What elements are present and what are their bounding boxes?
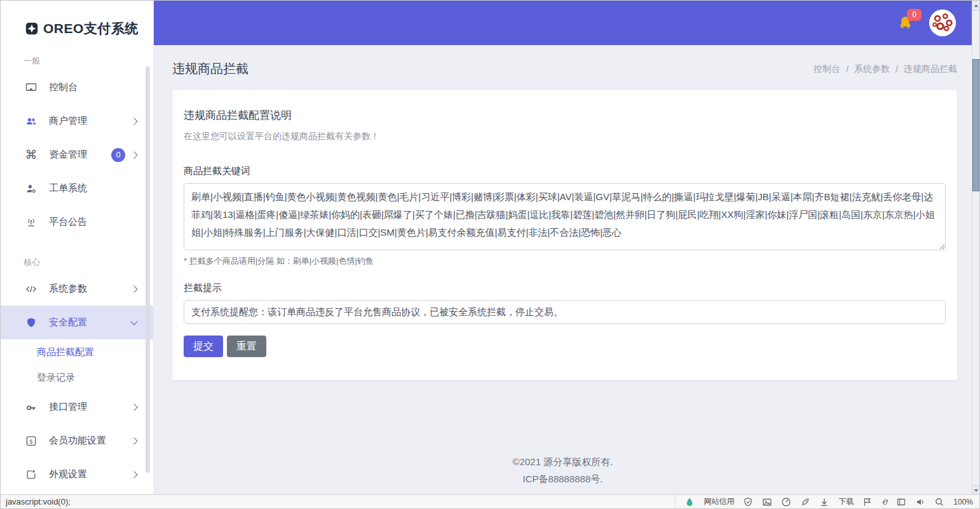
chevron-right-icon xyxy=(130,151,137,158)
breadcrumb-separator: / xyxy=(846,64,848,74)
sidebar-subitem-product-interception[interactable]: 商品拦截配置 xyxy=(1,339,153,365)
shield-check-icon[interactable] xyxy=(743,497,753,507)
sidebar-item-tickets[interactable]: 工单系统 xyxy=(1,172,153,205)
sidebar-subitem-label: 商品拦截配置 xyxy=(37,346,94,358)
breadcrumb: 控制台 / 系统参数 / 违规商品拦截 xyxy=(813,64,957,75)
page-title: 违规商品拦截 xyxy=(172,60,248,78)
flag-icon[interactable] xyxy=(862,497,873,507)
users-icon xyxy=(24,115,39,128)
breadcrumb-current: 违规商品拦截 xyxy=(904,64,957,75)
broadcast-icon xyxy=(24,216,39,229)
breadcrumb-separator: / xyxy=(895,64,898,74)
scroll-up-button[interactable] xyxy=(972,1,979,11)
dollar-square-icon: $ xyxy=(24,435,39,447)
keywords-textarea[interactable]: 刷单|小视频|直播|钓鱼|黄色小视频|黄色视频|黄色|毛片|习近平|博彩|赌博|… xyxy=(184,183,946,250)
browser-window: OREO支付系统 一般 控制台 商户管理 ⌘ 资金管理 0 xyxy=(0,0,980,509)
sidebar-item-label: 工单系统 xyxy=(49,182,87,194)
card-subtitle: 在这里您可以设置平台的违规商品拦截有关参数！ xyxy=(184,131,946,142)
command-icon: ⌘ xyxy=(24,149,39,161)
user-avatar[interactable] xyxy=(929,10,956,36)
zoom-search-icon[interactable] xyxy=(934,497,944,507)
sidebar-item-funds[interactable]: ⌘ 资金管理 0 xyxy=(1,138,153,172)
browser-statusbar: javascript:void(0); 网站信用 下载 xyxy=(1,494,979,508)
chevron-right-icon xyxy=(130,118,137,125)
shield-icon xyxy=(24,316,39,329)
sidebar-item-announcements[interactable]: 平台公告 xyxy=(1,205,153,239)
speed-gauge-icon[interactable] xyxy=(781,497,791,507)
sidebar: OREO支付系统 一般 控制台 商户管理 ⌘ 资金管理 0 xyxy=(1,1,153,495)
download-label[interactable]: 下载 xyxy=(838,496,854,507)
code-icon xyxy=(24,283,39,295)
sidebar-scrollbar-thumb[interactable] xyxy=(146,66,150,473)
key-icon xyxy=(24,401,39,414)
chevron-right-icon xyxy=(130,285,137,292)
app-logo[interactable]: OREO支付系统 xyxy=(1,1,153,37)
app-frame: OREO支付系统 一般 控制台 商户管理 ⌘ 资金管理 0 xyxy=(1,1,972,495)
submit-button[interactable]: 提交 xyxy=(184,336,223,357)
download-arrow-icon[interactable] xyxy=(819,497,829,507)
tip-input[interactable] xyxy=(184,300,946,324)
chevron-right-icon xyxy=(130,404,137,411)
breadcrumb-console[interactable]: 控制台 xyxy=(813,64,840,75)
window-panel-icon[interactable] xyxy=(896,497,906,507)
keywords-label: 商品拦截关键词 xyxy=(184,165,946,177)
statusbar-tools: 网站信用 下载 e xyxy=(675,495,979,508)
card-title: 违规商品拦截配置说明 xyxy=(184,108,946,123)
icp-text: ICP备88888888号. xyxy=(153,470,972,487)
speaker-icon[interactable] xyxy=(915,497,925,507)
page-footer: ©2021 源分享版权所有. ICP备88888888号. xyxy=(153,453,972,495)
notification-button[interactable]: 0 xyxy=(897,15,914,32)
image-icon[interactable] xyxy=(762,497,772,507)
sidebar-item-interface-mgmt[interactable]: 接口管理 xyxy=(1,390,153,424)
sidebar-item-label: 会员功能设置 xyxy=(49,435,106,447)
zoom-level[interactable]: 100% xyxy=(953,498,973,506)
user-gear-icon xyxy=(24,182,39,195)
monitor-icon xyxy=(24,81,39,94)
sidebar-subitem-label: 登录记录 xyxy=(37,372,75,384)
layout-icon xyxy=(24,468,39,481)
sidebar-item-label: 资金管理 xyxy=(49,149,87,161)
rocket-icon[interactable] xyxy=(800,497,810,507)
explorer-e-icon[interactable]: e xyxy=(881,497,887,506)
sidebar-item-appearance[interactable]: 外观设置 xyxy=(1,458,153,491)
sidebar-item-label: 安全配置 xyxy=(49,316,87,329)
scrollbar-thumb[interactable] xyxy=(972,59,979,191)
funds-badge: 0 xyxy=(111,148,125,162)
sidebar-section-general: 一般 xyxy=(1,37,153,71)
sidebar-item-label: 接口管理 xyxy=(49,401,87,413)
window-scrollbar[interactable] xyxy=(972,1,979,495)
sidebar-item-label: 商户管理 xyxy=(49,115,87,127)
breadcrumb-system-params[interactable]: 系统参数 xyxy=(854,64,890,75)
site-credit-label[interactable]: 网站信用 xyxy=(704,496,734,507)
status-link-text: javascript:void(0); xyxy=(1,497,71,506)
sidebar-subitem-login-records[interactable]: 登录记录 xyxy=(1,365,153,390)
button-row: 提交 重置 xyxy=(184,336,946,357)
svg-text:$: $ xyxy=(29,437,33,444)
page-head: 违规商品拦截 控制台 / 系统参数 / 违规商品拦截 xyxy=(153,45,972,90)
config-card: 违规商品拦截配置说明 在这里您可以设置平台的违规商品拦截有关参数！ 商品拦截关键… xyxy=(172,90,957,380)
notification-badge: 0 xyxy=(907,9,922,21)
tip-label: 拦截提示 xyxy=(184,282,946,294)
sidebar-item-member-settings[interactable]: $ 会员功能设置 xyxy=(1,424,153,458)
sidebar-item-label: 外观设置 xyxy=(49,468,87,480)
water-drop-icon[interactable] xyxy=(684,497,695,507)
logo-icon xyxy=(25,22,39,36)
keywords-hint: * 拦截多个商品请用|分隔 如：刷单|小视频|色情|钓鱼 xyxy=(184,255,946,267)
sidebar-item-label: 平台公告 xyxy=(49,216,87,228)
chevron-right-icon xyxy=(130,437,137,444)
sidebar-item-system-params[interactable]: 系统参数 xyxy=(1,272,153,306)
scroll-down-button[interactable] xyxy=(972,485,979,495)
copyright-text: ©2021 源分享版权所有. xyxy=(153,453,972,470)
logo-text: OREO支付系统 xyxy=(43,20,139,37)
main-area: 0 xyxy=(153,1,972,495)
chevron-right-icon xyxy=(130,471,137,478)
content-area: 违规商品拦截 控制台 / 系统参数 / 违规商品拦截 违规商品拦截配置说明 在这… xyxy=(153,45,972,495)
sidebar-item-security-config[interactable]: 安全配置 xyxy=(1,306,153,339)
sidebar-item-merchants[interactable]: 商户管理 xyxy=(1,104,153,138)
sidebar-item-label: 系统参数 xyxy=(49,283,87,295)
sidebar-item-label: 控制台 xyxy=(49,81,78,93)
chevron-down-icon xyxy=(130,318,137,325)
sidebar-item-console[interactable]: 控制台 xyxy=(1,71,153,104)
top-header: 0 xyxy=(153,1,972,45)
reset-button[interactable]: 重置 xyxy=(227,336,266,357)
